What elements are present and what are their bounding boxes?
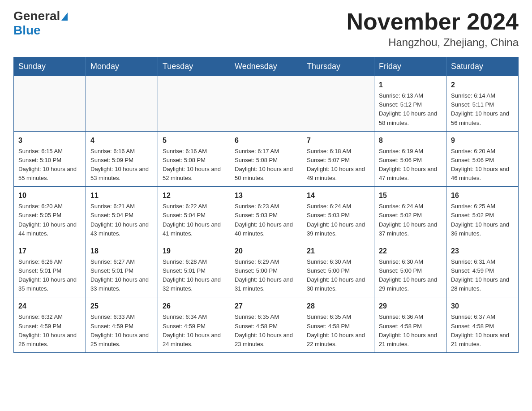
day-info: Sunrise: 6:25 AMSunset: 5:02 PMDaylight:… <box>451 202 514 238</box>
day-number: 8 <box>379 135 442 146</box>
day-info: Sunrise: 6:37 AMSunset: 4:58 PMDaylight:… <box>451 313 514 349</box>
day-number: 22 <box>379 246 442 257</box>
day-header-friday: Friday <box>374 57 446 76</box>
month-title: November 2024 <box>347 9 519 34</box>
day-number: 2 <box>451 80 514 90</box>
day-number: 28 <box>307 301 369 312</box>
day-info: Sunrise: 6:35 AMSunset: 4:58 PMDaylight:… <box>235 313 297 349</box>
day-info: Sunrise: 6:29 AMSunset: 5:00 PMDaylight:… <box>235 257 297 294</box>
calendar-cell: 20Sunrise: 6:29 AMSunset: 5:00 PMDayligh… <box>230 242 302 297</box>
day-number: 15 <box>379 190 442 201</box>
calendar-cell: 9Sunrise: 6:20 AMSunset: 5:06 PMDaylight… <box>446 131 519 187</box>
day-number: 4 <box>90 135 153 146</box>
day-number: 10 <box>18 190 81 201</box>
calendar-cell: 2Sunrise: 6:14 AMSunset: 5:11 PMDaylight… <box>446 76 519 132</box>
day-info: Sunrise: 6:19 AMSunset: 5:06 PMDaylight:… <box>379 147 442 183</box>
days-of-week-row: SundayMondayTuesdayWednesdayThursdayFrid… <box>14 57 519 76</box>
day-header-tuesday: Tuesday <box>158 57 230 76</box>
calendar-cell: 14Sunrise: 6:24 AMSunset: 5:03 PMDayligh… <box>302 187 374 242</box>
day-number: 24 <box>18 301 81 312</box>
day-info: Sunrise: 6:23 AMSunset: 5:03 PMDaylight:… <box>235 202 297 238</box>
calendar-week-2: 3Sunrise: 6:15 AMSunset: 5:10 PMDaylight… <box>14 131 519 187</box>
calendar-cell: 18Sunrise: 6:27 AMSunset: 5:01 PMDayligh… <box>86 242 158 297</box>
logo-arrow-icon <box>61 13 68 21</box>
logo-general-word: General <box>13 9 60 23</box>
calendar-cell: 23Sunrise: 6:31 AMSunset: 4:59 PMDayligh… <box>446 242 519 297</box>
day-info: Sunrise: 6:18 AMSunset: 5:07 PMDaylight:… <box>307 147 369 183</box>
calendar-cell: 10Sunrise: 6:20 AMSunset: 5:05 PMDayligh… <box>14 187 86 242</box>
day-number: 19 <box>163 246 225 257</box>
day-info: Sunrise: 6:34 AMSunset: 4:59 PMDaylight:… <box>163 313 225 349</box>
calendar-cell: 17Sunrise: 6:26 AMSunset: 5:01 PMDayligh… <box>14 242 86 297</box>
day-number: 11 <box>90 190 153 201</box>
day-number: 9 <box>451 135 514 146</box>
calendar-week-5: 24Sunrise: 6:32 AMSunset: 4:59 PMDayligh… <box>14 297 519 353</box>
day-number: 21 <box>307 246 369 257</box>
day-info: Sunrise: 6:30 AMSunset: 5:00 PMDaylight:… <box>307 257 369 294</box>
day-header-monday: Monday <box>86 57 158 76</box>
day-info: Sunrise: 6:14 AMSunset: 5:11 PMDaylight:… <box>451 91 514 128</box>
calendar-cell: 19Sunrise: 6:28 AMSunset: 5:01 PMDayligh… <box>158 242 230 297</box>
day-header-saturday: Saturday <box>446 57 519 76</box>
day-info: Sunrise: 6:27 AMSunset: 5:01 PMDaylight:… <box>90 257 153 294</box>
calendar-table: SundayMondayTuesdayWednesdayThursdayFrid… <box>13 57 519 353</box>
day-info: Sunrise: 6:24 AMSunset: 5:03 PMDaylight:… <box>307 202 369 238</box>
day-info: Sunrise: 6:22 AMSunset: 5:04 PMDaylight:… <box>163 202 225 238</box>
day-header-wednesday: Wednesday <box>230 57 302 76</box>
calendar-cell: 27Sunrise: 6:35 AMSunset: 4:58 PMDayligh… <box>230 297 302 353</box>
day-number: 20 <box>235 246 297 257</box>
calendar-cell: 1Sunrise: 6:13 AMSunset: 5:12 PMDaylight… <box>374 76 446 132</box>
day-info: Sunrise: 6:36 AMSunset: 4:58 PMDaylight:… <box>379 313 442 349</box>
logo-blue-text: Blue <box>13 23 68 38</box>
calendar-cell: 30Sunrise: 6:37 AMSunset: 4:58 PMDayligh… <box>446 297 519 353</box>
calendar-cell <box>158 76 230 132</box>
calendar-cell: 15Sunrise: 6:24 AMSunset: 5:02 PMDayligh… <box>374 187 446 242</box>
calendar-cell <box>230 76 302 132</box>
day-info: Sunrise: 6:15 AMSunset: 5:10 PMDaylight:… <box>18 147 81 183</box>
calendar-header: SundayMondayTuesdayWednesdayThursdayFrid… <box>14 57 519 76</box>
calendar-week-3: 10Sunrise: 6:20 AMSunset: 5:05 PMDayligh… <box>14 187 519 242</box>
calendar-cell: 4Sunrise: 6:16 AMSunset: 5:09 PMDaylight… <box>86 131 158 187</box>
day-info: Sunrise: 6:30 AMSunset: 5:00 PMDaylight:… <box>379 257 442 294</box>
day-info: Sunrise: 6:20 AMSunset: 5:06 PMDaylight:… <box>451 147 514 183</box>
location-title: Hangzhou, Zhejiang, China <box>347 36 519 49</box>
day-number: 30 <box>451 301 514 312</box>
day-info: Sunrise: 6:16 AMSunset: 5:08 PMDaylight:… <box>163 147 225 183</box>
calendar-cell: 29Sunrise: 6:36 AMSunset: 4:58 PMDayligh… <box>374 297 446 353</box>
calendar-cell: 5Sunrise: 6:16 AMSunset: 5:08 PMDaylight… <box>158 131 230 187</box>
day-number: 6 <box>235 135 297 146</box>
day-info: Sunrise: 6:17 AMSunset: 5:08 PMDaylight:… <box>235 147 297 183</box>
calendar-cell: 26Sunrise: 6:34 AMSunset: 4:59 PMDayligh… <box>158 297 230 353</box>
day-number: 5 <box>163 135 225 146</box>
calendar-title-area: November 2024 Hangzhou, Zhejiang, China <box>347 9 519 49</box>
calendar-cell: 12Sunrise: 6:22 AMSunset: 5:04 PMDayligh… <box>158 187 230 242</box>
day-header-sunday: Sunday <box>14 57 86 76</box>
day-number: 27 <box>235 301 297 312</box>
day-info: Sunrise: 6:28 AMSunset: 5:01 PMDaylight:… <box>163 257 225 294</box>
calendar-cell: 13Sunrise: 6:23 AMSunset: 5:03 PMDayligh… <box>230 187 302 242</box>
day-number: 12 <box>163 190 225 201</box>
calendar-cell: 6Sunrise: 6:17 AMSunset: 5:08 PMDaylight… <box>230 131 302 187</box>
day-number: 14 <box>307 190 369 201</box>
calendar-cell <box>302 76 374 132</box>
calendar-cell: 28Sunrise: 6:35 AMSunset: 4:58 PMDayligh… <box>302 297 374 353</box>
day-number: 16 <box>451 190 514 201</box>
day-number: 25 <box>90 301 153 312</box>
day-number: 3 <box>18 135 81 146</box>
day-info: Sunrise: 6:21 AMSunset: 5:04 PMDaylight:… <box>90 202 153 238</box>
day-info: Sunrise: 6:26 AMSunset: 5:01 PMDaylight:… <box>18 257 81 294</box>
day-number: 7 <box>307 135 369 146</box>
calendar-cell: 7Sunrise: 6:18 AMSunset: 5:07 PMDaylight… <box>302 131 374 187</box>
calendar-cell: 24Sunrise: 6:32 AMSunset: 4:59 PMDayligh… <box>14 297 86 353</box>
calendar-cell: 8Sunrise: 6:19 AMSunset: 5:06 PMDaylight… <box>374 131 446 187</box>
calendar-week-1: 1Sunrise: 6:13 AMSunset: 5:12 PMDaylight… <box>14 76 519 132</box>
day-info: Sunrise: 6:35 AMSunset: 4:58 PMDaylight:… <box>307 313 369 349</box>
calendar-cell: 16Sunrise: 6:25 AMSunset: 5:02 PMDayligh… <box>446 187 519 242</box>
day-number: 17 <box>18 246 81 257</box>
day-info: Sunrise: 6:16 AMSunset: 5:09 PMDaylight:… <box>90 147 153 183</box>
day-number: 23 <box>451 246 514 257</box>
calendar-cell: 22Sunrise: 6:30 AMSunset: 5:00 PMDayligh… <box>374 242 446 297</box>
day-info: Sunrise: 6:32 AMSunset: 4:59 PMDaylight:… <box>18 313 81 349</box>
page-header: General Blue November 2024 Hangzhou, Zhe… <box>13 9 519 49</box>
calendar-cell <box>86 76 158 132</box>
